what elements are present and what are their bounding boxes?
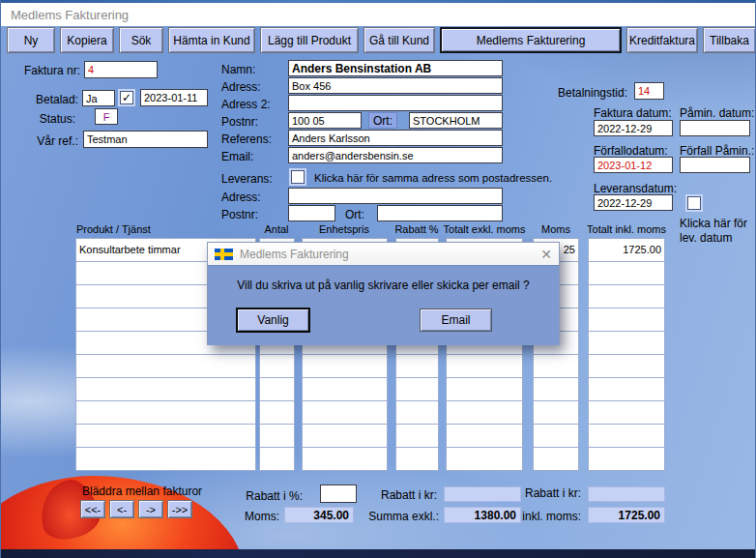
table-cell[interactable] [259,447,295,471]
table-cell[interactable] [588,354,665,378]
delivery-zip-field[interactable] [288,205,335,221]
table-cell[interactable] [395,354,439,378]
first-invoice-button[interactable]: <<- [80,500,105,518]
swedish-flag-icon [215,249,233,260]
reminder-date-field[interactable] [680,120,750,136]
new-button[interactable]: Ny [7,27,55,53]
table-cell[interactable] [533,424,579,448]
delivery-city-field[interactable] [377,205,503,221]
table-cell[interactable] [302,424,388,448]
close-icon[interactable]: ✕ [540,248,552,261]
paid-checkbox[interactable] [120,91,133,104]
table-cell[interactable] [75,400,256,425]
table-cell[interactable] [446,354,523,378]
table-cell[interactable] [446,447,523,471]
paid-label: Betalad: [1,93,78,106]
table-cell[interactable] [395,400,439,425]
delivery-date-field[interactable]: 2022-12-29 [594,194,673,211]
print-email-button[interactable]: Email [420,308,492,332]
table-cell[interactable] [446,400,523,425]
payment-terms-label: Betalningstid: [542,86,627,100]
table-cell[interactable] [588,424,665,448]
table-cell[interactable] [588,284,665,308]
col-header-qty: Antal [264,223,288,235]
table-cell[interactable] [75,377,256,401]
address2-field[interactable] [288,95,503,111]
next-invoice-button[interactable]: -> [138,500,163,518]
table-cell[interactable] [259,424,295,448]
email-field[interactable]: anders@andersbensin.se [288,147,503,163]
table-cell[interactable] [395,447,439,471]
table-cell[interactable] [588,377,665,401]
delivery-address-field[interactable] [288,188,503,204]
add-product-button[interactable]: Lägg till Produkt [260,27,359,53]
credit-invoice-button[interactable]: Kreditfaktura [626,27,698,53]
table-cell[interactable] [588,331,665,355]
print-normal-button[interactable]: Vanlig [237,308,309,332]
zip-label: Postnr: [221,115,258,129]
paid-date-field[interactable]: 2023-01-11 [140,89,208,106]
table-cell[interactable] [302,354,388,378]
table-cell[interactable] [446,424,523,448]
table-cell[interactable] [588,400,665,425]
table-cell[interactable] [302,377,388,401]
col-header-unit-price: Enhetspris [319,223,369,235]
delivery-address-label: Adress: [221,191,261,204]
address-field[interactable]: Box 456 [288,77,503,94]
due-date-field[interactable]: 2023-01-12 [594,157,673,173]
table-cell[interactable] [302,447,388,471]
zip-field[interactable]: 100 05 [288,112,362,129]
discount-pct-label: Rabatt i %: [233,489,303,503]
table-cell[interactable] [533,354,579,378]
delivery-date-label: Leveransdatum: [594,182,677,195]
back-button[interactable]: Tillbaka [703,27,756,53]
prev-invoice-button[interactable]: <- [109,500,134,518]
table-cell[interactable] [533,400,579,425]
last-invoice-button[interactable]: ->> [167,500,192,518]
table-cell[interactable] [259,354,295,378]
table-cell[interactable] [588,261,665,285]
invoice-number-field[interactable]: 4 [84,61,158,78]
status-field[interactable]: F [95,108,118,125]
table-cell[interactable] [302,400,388,425]
reminder-due-field[interactable] [680,157,750,173]
table-cell[interactable] [533,447,579,471]
table-cell[interactable] [259,377,295,401]
delivery-zip-label: Postnr: [221,208,258,221]
fetch-customer-button[interactable]: Hämta in Kund [168,27,255,53]
dialog-message: Vill du skriva ut på vanlig skrivare ell… [208,279,559,292]
delivery-date-checkbox[interactable] [687,196,701,210]
city-field[interactable]: STOCKHOLM [409,112,503,129]
table-cell[interactable] [75,447,256,471]
discount-kr2-label: Rabatt i kr: [517,486,581,500]
table-cell[interactable] [75,424,256,448]
table-cell[interactable] [395,424,439,448]
same-address-checkbox[interactable] [291,170,305,184]
discount-pct-field[interactable] [320,485,357,503]
table-cell[interactable] [75,354,256,378]
table-cell[interactable] [588,308,665,332]
table-cell[interactable] [446,377,523,401]
reference-field[interactable]: Anders Karlsson [288,130,503,146]
our-ref-field[interactable]: Testman [83,131,208,148]
browse-invoices-label: Bläddra mellan fakturor [82,485,202,498]
table-cell[interactable] [533,377,579,401]
status-label: Status: [1,112,75,126]
goto-customer-button[interactable]: Gå till Kund [363,27,435,53]
same-address-hint: Klicka här för samma adress som postadre… [314,172,552,184]
paid-value-field[interactable]: Ja [82,90,115,106]
dialog-title: Medlems Fakturering [240,248,534,261]
copy-button[interactable]: Kopiera [60,27,114,53]
invoice-date-field[interactable]: 2022-12-29 [594,120,673,136]
table-cell[interactable]: 1725.00 [588,238,665,262]
reminder-due-label: Förfall Påmin.: [680,144,754,158]
table-cell[interactable] [588,447,665,471]
table-cell[interactable] [259,400,295,425]
member-invoicing-button[interactable]: Medlems Fakturering [440,27,622,53]
col-header-vat: Moms [541,223,570,235]
name-field[interactable]: Anders Bensinstation AB [288,60,503,76]
col-header-total-excl: Totalt exkl. moms [444,223,526,235]
table-cell[interactable] [395,377,439,401]
payment-terms-field[interactable]: 14 [634,82,664,100]
search-button[interactable]: Sök [119,27,163,53]
